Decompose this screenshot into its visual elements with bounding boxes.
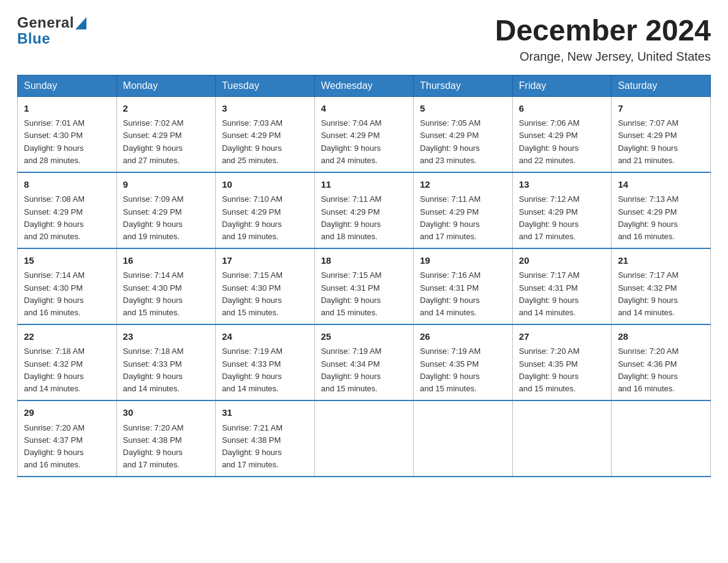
calendar-day-cell: 17Sunrise: 7:15 AMSunset: 4:30 PMDayligh… <box>216 248 315 324</box>
calendar-day-cell: 21Sunrise: 7:17 AMSunset: 4:32 PMDayligh… <box>612 248 711 324</box>
calendar-day-cell: 9Sunrise: 7:09 AMSunset: 4:29 PMDaylight… <box>116 172 216 248</box>
calendar-day-cell: 13Sunrise: 7:12 AMSunset: 4:29 PMDayligh… <box>512 172 612 248</box>
day-info: Sunrise: 7:06 AMSunset: 4:29 PMDaylight:… <box>519 117 605 167</box>
calendar-day-cell: 22Sunrise: 7:18 AMSunset: 4:32 PMDayligh… <box>18 324 117 400</box>
day-number: 26 <box>420 330 506 344</box>
calendar-header-row: SundayMondayTuesdayWednesdayThursdayFrid… <box>18 75 711 96</box>
day-info: Sunrise: 7:19 AMSunset: 4:33 PMDaylight:… <box>222 345 308 395</box>
logo-general-text: General <box>17 15 74 31</box>
logo-text: General Blue <box>17 15 86 47</box>
day-info: Sunrise: 7:15 AMSunset: 4:31 PMDaylight:… <box>321 269 408 319</box>
day-number: 25 <box>321 330 408 344</box>
day-number: 7 <box>618 102 704 116</box>
calendar-day-cell: 10Sunrise: 7:10 AMSunset: 4:29 PMDayligh… <box>216 172 315 248</box>
calendar-week-row: 8Sunrise: 7:08 AMSunset: 4:29 PMDaylight… <box>18 172 711 248</box>
calendar-day-cell: 6Sunrise: 7:06 AMSunset: 4:29 PMDaylight… <box>512 96 612 172</box>
calendar-day-cell <box>314 400 414 477</box>
calendar-day-cell: 23Sunrise: 7:18 AMSunset: 4:33 PMDayligh… <box>116 324 216 400</box>
day-number: 16 <box>123 254 210 268</box>
calendar-title-area: December 2024 Orange, New Jersey, United… <box>495 15 711 64</box>
calendar-day-cell: 19Sunrise: 7:16 AMSunset: 4:31 PMDayligh… <box>414 248 513 324</box>
weekday-header-monday: Monday <box>116 75 216 96</box>
day-number: 9 <box>123 178 210 192</box>
day-info: Sunrise: 7:20 AMSunset: 4:37 PMDaylight:… <box>24 422 110 472</box>
calendar-week-row: 1Sunrise: 7:01 AMSunset: 4:30 PMDaylight… <box>18 96 711 172</box>
day-number: 11 <box>321 178 408 192</box>
calendar-week-row: 15Sunrise: 7:14 AMSunset: 4:30 PMDayligh… <box>18 248 711 324</box>
day-number: 6 <box>519 102 605 116</box>
weekday-header-sunday: Sunday <box>18 75 117 96</box>
day-number: 13 <box>519 178 605 192</box>
day-number: 8 <box>24 178 110 192</box>
weekday-header-tuesday: Tuesday <box>216 75 315 96</box>
calendar-week-row: 29Sunrise: 7:20 AMSunset: 4:37 PMDayligh… <box>18 400 711 477</box>
logo: General Blue <box>17 15 86 47</box>
day-number: 1 <box>24 102 110 116</box>
weekday-header-wednesday: Wednesday <box>314 75 414 96</box>
calendar-day-cell: 1Sunrise: 7:01 AMSunset: 4:30 PMDaylight… <box>18 96 117 172</box>
day-info: Sunrise: 7:11 AMSunset: 4:29 PMDaylight:… <box>321 193 408 243</box>
calendar-day-cell <box>612 400 711 477</box>
calendar-day-cell: 11Sunrise: 7:11 AMSunset: 4:29 PMDayligh… <box>314 172 414 248</box>
day-number: 20 <box>519 254 605 268</box>
calendar-title: December 2024 <box>495 15 711 47</box>
day-number: 2 <box>123 102 210 116</box>
day-number: 17 <box>222 254 308 268</box>
page-header: General Blue December 2024 Orange, New J… <box>17 15 711 64</box>
day-number: 5 <box>420 102 506 116</box>
day-info: Sunrise: 7:18 AMSunset: 4:32 PMDaylight:… <box>24 345 110 395</box>
calendar-day-cell: 24Sunrise: 7:19 AMSunset: 4:33 PMDayligh… <box>216 324 315 400</box>
day-info: Sunrise: 7:11 AMSunset: 4:29 PMDaylight:… <box>420 193 506 243</box>
calendar-day-cell <box>414 400 513 477</box>
day-number: 19 <box>420 254 506 268</box>
day-info: Sunrise: 7:08 AMSunset: 4:29 PMDaylight:… <box>24 193 110 243</box>
calendar-day-cell: 16Sunrise: 7:14 AMSunset: 4:30 PMDayligh… <box>116 248 216 324</box>
calendar-day-cell: 18Sunrise: 7:15 AMSunset: 4:31 PMDayligh… <box>314 248 414 324</box>
weekday-header-thursday: Thursday <box>414 75 513 96</box>
day-info: Sunrise: 7:19 AMSunset: 4:35 PMDaylight:… <box>420 345 506 395</box>
day-number: 29 <box>24 406 110 420</box>
day-number: 15 <box>24 254 110 268</box>
calendar-day-cell: 7Sunrise: 7:07 AMSunset: 4:29 PMDaylight… <box>612 96 711 172</box>
day-number: 28 <box>618 330 704 344</box>
day-info: Sunrise: 7:14 AMSunset: 4:30 PMDaylight:… <box>123 269 210 319</box>
day-info: Sunrise: 7:15 AMSunset: 4:30 PMDaylight:… <box>222 269 308 319</box>
day-info: Sunrise: 7:16 AMSunset: 4:31 PMDaylight:… <box>420 269 506 319</box>
day-number: 22 <box>24 330 110 344</box>
day-number: 24 <box>222 330 308 344</box>
svg-marker-0 <box>75 17 86 29</box>
calendar-day-cell: 8Sunrise: 7:08 AMSunset: 4:29 PMDaylight… <box>18 172 117 248</box>
day-info: Sunrise: 7:20 AMSunset: 4:35 PMDaylight:… <box>519 345 605 395</box>
day-info: Sunrise: 7:04 AMSunset: 4:29 PMDaylight:… <box>321 117 408 167</box>
calendar-day-cell: 14Sunrise: 7:13 AMSunset: 4:29 PMDayligh… <box>612 172 711 248</box>
day-info: Sunrise: 7:12 AMSunset: 4:29 PMDaylight:… <box>519 193 605 243</box>
calendar-day-cell: 30Sunrise: 7:20 AMSunset: 4:38 PMDayligh… <box>116 400 216 477</box>
day-info: Sunrise: 7:20 AMSunset: 4:38 PMDaylight:… <box>123 422 210 472</box>
day-number: 14 <box>618 178 704 192</box>
calendar-day-cell: 12Sunrise: 7:11 AMSunset: 4:29 PMDayligh… <box>414 172 513 248</box>
day-info: Sunrise: 7:02 AMSunset: 4:29 PMDaylight:… <box>123 117 210 167</box>
day-info: Sunrise: 7:17 AMSunset: 4:32 PMDaylight:… <box>618 269 704 319</box>
day-number: 4 <box>321 102 408 116</box>
day-info: Sunrise: 7:21 AMSunset: 4:38 PMDaylight:… <box>222 422 308 472</box>
day-number: 21 <box>618 254 704 268</box>
logo-triangle-icon <box>75 17 86 29</box>
calendar-day-cell: 26Sunrise: 7:19 AMSunset: 4:35 PMDayligh… <box>414 324 513 400</box>
calendar-day-cell: 31Sunrise: 7:21 AMSunset: 4:38 PMDayligh… <box>216 400 315 477</box>
day-number: 12 <box>420 178 506 192</box>
day-info: Sunrise: 7:18 AMSunset: 4:33 PMDaylight:… <box>123 345 210 395</box>
day-info: Sunrise: 7:14 AMSunset: 4:30 PMDaylight:… <box>24 269 110 319</box>
calendar-day-cell: 3Sunrise: 7:03 AMSunset: 4:29 PMDaylight… <box>216 96 315 172</box>
calendar-day-cell: 4Sunrise: 7:04 AMSunset: 4:29 PMDaylight… <box>314 96 414 172</box>
weekday-header-saturday: Saturday <box>612 75 711 96</box>
calendar-day-cell: 5Sunrise: 7:05 AMSunset: 4:29 PMDaylight… <box>414 96 513 172</box>
day-number: 31 <box>222 406 308 420</box>
day-number: 10 <box>222 178 308 192</box>
weekday-header-friday: Friday <box>512 75 612 96</box>
day-info: Sunrise: 7:05 AMSunset: 4:29 PMDaylight:… <box>420 117 506 167</box>
day-number: 30 <box>123 406 210 420</box>
calendar-day-cell: 2Sunrise: 7:02 AMSunset: 4:29 PMDaylight… <box>116 96 216 172</box>
calendar-day-cell: 20Sunrise: 7:17 AMSunset: 4:31 PMDayligh… <box>512 248 612 324</box>
logo-blue-text: Blue <box>17 31 86 47</box>
day-number: 18 <box>321 254 408 268</box>
